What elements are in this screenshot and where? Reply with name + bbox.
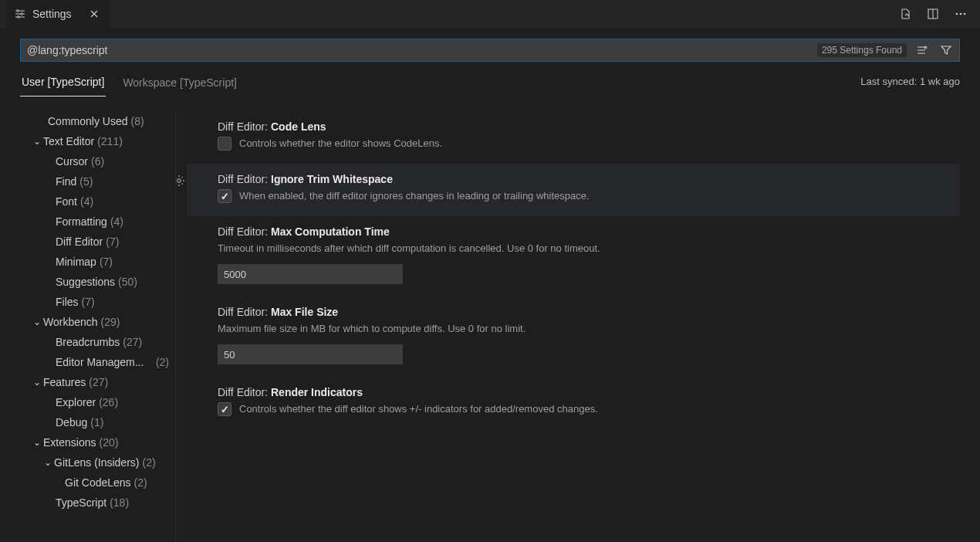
input-max-computation-time[interactable] <box>218 264 403 284</box>
chevron-down-icon: ⌄ <box>42 457 54 468</box>
setting-diff-max-computation: Diff Editor: Max Computation Time Timeou… <box>187 216 960 296</box>
scope-tab-user[interactable]: User [TypeScript] <box>20 71 106 97</box>
more-actions-button[interactable] <box>952 5 969 22</box>
settings-search-box: 295 Settings Found <box>20 39 960 62</box>
tab-settings[interactable]: Settings <box>6 0 109 28</box>
toc-suggestions[interactable]: Suggestions(50) <box>20 272 172 292</box>
toc-explorer[interactable]: Explorer(26) <box>20 392 172 412</box>
clear-search-button[interactable] <box>913 42 930 59</box>
close-tab-button[interactable] <box>87 7 101 21</box>
scope-tab-workspace[interactable]: Workspace [TypeScript] <box>121 72 238 97</box>
setting-description: Controls whether the diff editor shows +… <box>239 401 598 417</box>
toc-features[interactable]: ⌄ Features(27) <box>20 372 172 392</box>
toc-minimap[interactable]: Minimap(7) <box>20 252 172 272</box>
toc-breadcrumbs[interactable]: Breadcrumbs(27) <box>20 332 172 352</box>
chevron-down-icon: ⌄ <box>31 437 43 448</box>
toc-gitlens[interactable]: ⌄ GitLens (Insiders)(2) <box>20 452 172 473</box>
setting-title: Diff Editor: Max File Size <box>218 306 949 318</box>
toc-diff-editor[interactable]: Diff Editor(7) <box>20 232 172 252</box>
svg-point-10 <box>956 13 958 15</box>
setting-diff-codelens: Diff Editor: Code Lens Controls whether … <box>187 111 960 164</box>
setting-title: Diff Editor: Ignore Trim Whitespace <box>218 173 949 185</box>
setting-title: Diff Editor: Code Lens <box>218 120 949 133</box>
setting-description: Controls whether the editor shows CodeLe… <box>239 136 442 151</box>
toc-cursor[interactable]: Cursor(6) <box>20 151 172 171</box>
settings-tab-icon <box>14 8 26 20</box>
setting-title: Diff Editor: Render Indicators <box>218 386 949 398</box>
toc-typescript[interactable]: TypeScript(18) <box>20 493 172 513</box>
editor-tabs: Settings <box>0 0 980 28</box>
checkbox-ignore-trim[interactable] <box>218 189 231 203</box>
split-editor-button[interactable] <box>924 5 941 22</box>
settings-search-input[interactable] <box>27 44 817 56</box>
svg-point-18 <box>177 179 181 183</box>
settings-list[interactable]: Diff Editor: Code Lens Controls whether … <box>176 111 980 542</box>
scope-tabs: User [TypeScript] Workspace [TypeScript]… <box>0 62 980 96</box>
sync-status: Last synced: 1 wk ago <box>860 76 960 92</box>
settings-count-badge: 295 Settings Found <box>817 43 907 57</box>
svg-point-4 <box>21 13 23 15</box>
toc-font[interactable]: Font(4) <box>20 191 172 212</box>
toc-files[interactable]: Files(7) <box>20 292 172 312</box>
checkbox-render-indicators[interactable] <box>218 402 231 416</box>
gear-icon[interactable] <box>176 174 185 187</box>
svg-point-11 <box>960 13 962 15</box>
editor-actions <box>897 5 974 22</box>
setting-description: Timeout in milliseconds after which diff… <box>218 241 949 256</box>
settings-toc: Commonly Used(8) ⌄ Text Editor(211) Curs… <box>0 111 176 542</box>
toc-git-codelens[interactable]: Git CodeLens(2) <box>20 473 172 493</box>
setting-description: When enabled, the diff editor ignores ch… <box>239 188 590 204</box>
toc-extensions[interactable]: ⌄ Extensions(20) <box>20 432 172 452</box>
toc-editor-management[interactable]: Editor Managem...(2) <box>20 352 172 372</box>
chevron-down-icon: ⌄ <box>31 136 43 147</box>
setting-diff-ignore-trim: Diff Editor: Ignore Trim Whitespace When… <box>187 164 960 216</box>
open-settings-json-button[interactable] <box>897 5 914 22</box>
toc-formatting[interactable]: Formatting(4) <box>20 212 172 232</box>
filter-button[interactable] <box>938 42 955 59</box>
svg-point-3 <box>17 10 19 12</box>
chevron-down-icon: ⌄ <box>31 377 43 388</box>
tab-label: Settings <box>32 8 72 20</box>
setting-title: Diff Editor: Max Computation Time <box>218 225 949 238</box>
toc-text-editor[interactable]: ⌄ Text Editor(211) <box>20 131 172 151</box>
toc-commonly-used[interactable]: Commonly Used(8) <box>20 111 172 131</box>
setting-diff-render-indicators: Diff Editor: Render Indicators Controls … <box>187 377 960 429</box>
chevron-down-icon: ⌄ <box>31 317 43 327</box>
toc-workbench[interactable]: ⌄ Workbench(29) <box>20 312 172 332</box>
setting-description: Maximum file size in MB for which to com… <box>218 321 949 337</box>
svg-point-5 <box>18 16 20 19</box>
checkbox-codelens[interactable] <box>218 137 231 151</box>
search-row: 295 Settings Found <box>0 28 980 62</box>
toc-debug[interactable]: Debug(1) <box>20 412 172 432</box>
input-max-file-size[interactable] <box>218 344 403 364</box>
toc-find[interactable]: Find(5) <box>20 171 172 191</box>
svg-point-12 <box>964 13 966 15</box>
setting-diff-max-file-size: Diff Editor: Max File Size Maximum file … <box>187 296 960 377</box>
